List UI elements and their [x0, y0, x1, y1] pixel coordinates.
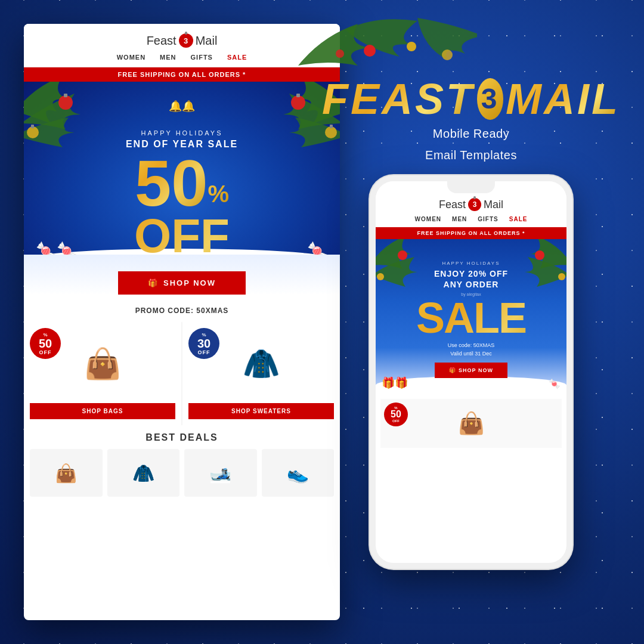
tagline-line1: Mobile Ready: [322, 125, 620, 142]
email-desktop-mockup: Feast 3 Mail WOMEN MEN GIFTS SALE FREE S…: [24, 24, 340, 620]
svg-point-9: [407, 42, 416, 51]
phone-code-line2: Valid until 31 Dec: [450, 351, 491, 357]
phone-shop-button[interactable]: 🎁 SHOP NOW: [435, 363, 507, 378]
best-deals-section: BEST DEALS 👜 🧥 🎿 👟: [24, 425, 340, 501]
hero-text: HAPPY HOLIDAYS END OF YEAR SALE 50% OFF: [36, 94, 328, 260]
hero-percent: %: [208, 181, 229, 207]
product-card-bags: % 50 OFF 👜 SHOP BAGS: [24, 322, 181, 425]
phone-logo-ball: 3: [468, 198, 481, 211]
svg-point-10: [336, 49, 344, 58]
badge-off-1: OFF: [39, 349, 52, 355]
logo-mail: Mail: [196, 34, 218, 48]
brand-title-big: FEAST 3 MAIL: [322, 78, 620, 120]
hero-section: 🔔🔔 HAPPY HOLIDAYS END OF YEAR SALE 50% O…: [24, 82, 340, 273]
email-header: Feast 3 Mail WOMEN MEN GIFTS SALE: [24, 24, 340, 67]
deal-item-3: 🎿: [184, 449, 257, 497]
shop-now-button[interactable]: 🎁 SHOP NOW: [118, 271, 246, 295]
phone-nav-sale: SALE: [509, 216, 528, 222]
phone-notch: [447, 181, 495, 193]
badge-off-2: OFF: [198, 349, 210, 355]
phone-nav-men: MEN: [452, 216, 467, 222]
phone-mockup: Feast 3 Mail WOMEN MEN GIFTS SALE FREE S…: [370, 175, 572, 569]
phone-enjoy-line2: ANY ORDER: [444, 280, 499, 289]
promo-code: PROMO CODE: 50XMAS: [24, 302, 340, 320]
feast-label: FEAST: [322, 78, 475, 120]
hero-tagline: HAPPY HOLIDAYS: [36, 129, 328, 137]
pine-deco-top: [322, 30, 620, 78]
tagline-line2: Email Templates: [322, 147, 620, 163]
deal-item-2: 🧥: [107, 449, 180, 497]
products-section: % 50 OFF 👜 SHOP BAGS % 30 OFF 🧥 SHOP SWE…: [24, 322, 340, 425]
phone-hero: HAPPY HOLIDAYS ENJOY 20% OFF ANY ORDER b…: [376, 239, 566, 394]
badge-num-1: 50: [39, 338, 52, 349]
desktop-logo: Feast 3 Mail: [24, 33, 340, 48]
phone-hero-inner: HAPPY HOLIDAYS ENJOY 20% OFF ANY ORDER b…: [383, 249, 559, 378]
phone-product-img: 👜: [384, 402, 558, 444]
product-badge-50: % 50 OFF: [30, 328, 61, 359]
svg-point-11: [442, 49, 453, 60]
phone-logo-feast: Feast: [439, 199, 466, 211]
shipping-bar: FREE SHIPPING ON ALL ORDERS *: [24, 67, 340, 82]
three-badge: 3: [477, 78, 503, 120]
gift-icon: 🎁: [148, 278, 159, 287]
phone-badge-off: OFF: [392, 419, 400, 423]
phone-gift-icon: 🎁: [449, 367, 456, 373]
phone-product-section: % 50 OFF 👜: [376, 394, 566, 453]
nav-men: MEN: [160, 54, 176, 61]
nav-women: WOMEN: [117, 54, 145, 61]
phone-badge-num: 50: [391, 410, 401, 419]
shop-sweaters-button[interactable]: SHOP SWEATERS: [188, 403, 334, 419]
product-badge-30: % 30 OFF: [188, 328, 219, 359]
shop-now-label: SHOP NOW: [163, 278, 216, 287]
phone-code-info: Use code: 50XMAS Valid until 31 Dec: [383, 342, 559, 358]
brand-title-area: FEAST 3 MAIL Mobile Ready Email Template…: [322, 0, 620, 163]
mail-label: MAIL: [506, 78, 620, 120]
desktop-nav: WOMEN MEN GIFTS SALE: [24, 54, 340, 61]
nav-sale: SALE: [227, 54, 247, 61]
phone-sale-text: SALE: [383, 296, 559, 339]
phone-shop-label: SHOP NOW: [459, 367, 493, 373]
phone-logo: Feast 3 Mail: [385, 198, 557, 211]
phone-nav-gifts: GIFTS: [478, 216, 498, 222]
pine-top-left: [298, 18, 477, 78]
cta-area: 🎁 SHOP NOW PROMO CODE: 50XMAS: [24, 255, 340, 322]
hero-discount-number: 50: [135, 146, 208, 219]
badge-num-2: 30: [197, 338, 210, 349]
phone-content: Feast 3 Mail WOMEN MEN GIFTS SALE FREE S…: [376, 181, 566, 563]
logo-ball: 3: [179, 33, 193, 48]
svg-point-8: [364, 45, 376, 57]
phone-enjoy: ENJOY 20% OFF ANY ORDER: [383, 268, 559, 290]
hero-off: OFF: [36, 212, 328, 260]
deal-item-1: 👜: [30, 449, 103, 497]
best-deals-row: 👜 🧥 🎿 👟: [30, 449, 334, 497]
phone-nav: WOMEN MEN GIFTS SALE: [385, 216, 557, 222]
nav-gifts: GIFTS: [191, 54, 213, 61]
phone-enjoy-line1: ENJOY 20% OFF: [434, 269, 508, 278]
logo-feast: Feast: [147, 34, 177, 48]
shop-bags-button[interactable]: SHOP BAGS: [30, 403, 175, 419]
phone-happy-holidays: HAPPY HOLIDAYS: [383, 261, 559, 266]
best-deals-title: BEST DEALS: [30, 432, 334, 443]
phone-product-card: % 50 OFF 👜: [380, 399, 562, 448]
phone-code-line1: Use code: 50XMAS: [448, 342, 495, 348]
phone-shipping-bar: FREE SHIPPING ON ALL ORDERS *: [376, 227, 566, 239]
right-side: FEAST 3 MAIL Mobile Ready Email Template…: [322, 0, 620, 644]
phone-nav-women: WOMEN: [415, 216, 441, 222]
phone-product-badge: % 50 OFF: [384, 402, 408, 426]
product-card-sweaters: % 30 OFF 🧥 SHOP SWEATERS: [182, 322, 340, 425]
phone-logo-mail: Mail: [484, 199, 503, 211]
svg-rect-3: [31, 125, 34, 128]
